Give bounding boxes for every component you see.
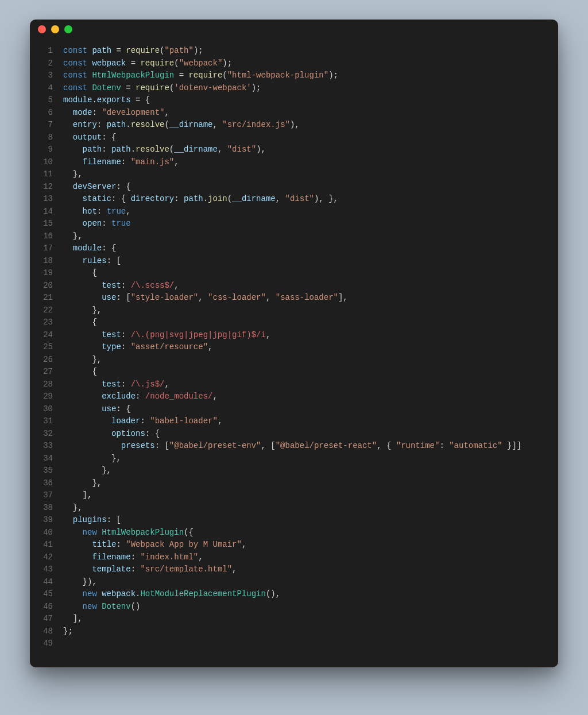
code-line[interactable]: 5module.exports = { [37, 94, 548, 107]
code-line[interactable]: 19 { [37, 267, 548, 280]
code-content[interactable]: }; [63, 625, 73, 638]
code-content[interactable]: presets: ["@babel/preset-env", ["@babel/… [63, 440, 521, 453]
code-content[interactable]: }, [63, 465, 111, 477]
code-content[interactable]: rules: [ [63, 255, 121, 268]
code-line[interactable]: 6 mode: "development", [37, 107, 548, 119]
code-line[interactable]: 26 }, [37, 354, 548, 366]
code-line[interactable]: 13 static: { directory: path.join(__dirn… [37, 193, 548, 206]
code-content[interactable]: { [63, 267, 97, 280]
code-line[interactable]: 37 ], [37, 489, 548, 502]
code-content[interactable]: ], [63, 613, 83, 625]
code-line[interactable]: 12 devServer: { [37, 181, 548, 194]
code-line[interactable]: 1const path = require("path"); [37, 45, 548, 57]
code-content[interactable]: path: path.resolve(__dirname, "dist"), [63, 144, 266, 156]
code-content[interactable]: title: "Webpack App by M Umair", [63, 539, 246, 551]
code-line[interactable]: 44 }), [37, 576, 548, 589]
code-content[interactable]: loader: "babel-loader", [63, 415, 222, 428]
code-line[interactable]: 15 open: true [37, 218, 548, 230]
code-content[interactable]: module: { [63, 242, 116, 255]
code-content[interactable]: }, [63, 453, 121, 465]
code-line[interactable]: 36 }, [37, 477, 548, 490]
code-line[interactable]: 39 plugins: [ [37, 514, 548, 527]
code-content[interactable]: const path = require("path"); [63, 45, 203, 57]
code-content[interactable]: test: /\.scss$/, [63, 280, 179, 292]
code-line[interactable]: 23 { [37, 316, 548, 329]
code-line[interactable]: 34 }, [37, 453, 548, 465]
code-line[interactable]: 3const HtmlWebpackPlugin = require("html… [37, 69, 548, 82]
code-content[interactable]: { [63, 366, 97, 378]
code-content[interactable]: type: "asset/resource", [63, 341, 212, 354]
code-line[interactable]: 14 hot: true, [37, 206, 548, 218]
code-line[interactable]: 11 }, [37, 168, 548, 181]
code-content[interactable]: test: /\.(png|svg|jpeg|jpg|gif)$/i, [63, 329, 270, 342]
code-line[interactable]: 2const webpack = require("webpack"); [37, 57, 548, 70]
code-content[interactable]: }, [63, 354, 102, 366]
code-content[interactable]: hot: true, [63, 206, 131, 218]
code-line[interactable]: 31 loader: "babel-loader", [37, 415, 548, 428]
code-line[interactable]: 28 test: /\.js$/, [37, 378, 548, 391]
code-content[interactable]: }, [63, 168, 83, 181]
code-line[interactable]: 43 template: "src/template.html", [37, 563, 548, 576]
code-content[interactable]: entry: path.resolve(__dirname, "src/inde… [63, 119, 300, 132]
code-line[interactable]: 30 use: { [37, 403, 548, 416]
code-content[interactable]: }, [63, 477, 102, 490]
code-line[interactable]: 29 exclude: /node_modules/, [37, 391, 548, 403]
code-content[interactable]: filename: "main.js", [63, 156, 179, 169]
code-content[interactable]: open: true [63, 218, 131, 230]
code-content[interactable]: module.exports = { [63, 94, 150, 107]
code-line[interactable]: 41 title: "Webpack App by M Umair", [37, 539, 548, 551]
code-content[interactable]: new Dotenv() [63, 601, 140, 613]
code-content[interactable]: }, [63, 502, 83, 515]
code-line[interactable]: 17 module: { [37, 242, 548, 255]
code-content[interactable]: new HtmlWebpackPlugin({ [63, 527, 194, 539]
code-line[interactable]: 49 [37, 637, 548, 650]
code-content[interactable]: options: { [63, 428, 160, 440]
code-line[interactable]: 32 options: { [37, 428, 548, 440]
code-content[interactable]: test: /\.js$/, [63, 378, 169, 391]
code-line[interactable]: 42 filename: "index.html", [37, 551, 548, 564]
code-line[interactable]: 24 test: /\.(png|svg|jpeg|jpg|gif)$/i, [37, 329, 548, 342]
code-line[interactable]: 48}; [37, 625, 548, 638]
code-line[interactable]: 38 }, [37, 502, 548, 515]
code-content[interactable]: mode: "development", [63, 107, 169, 119]
code-line[interactable]: 4const Dotenv = require('dotenv-webpack'… [37, 82, 548, 95]
code-content[interactable]: output: { [63, 132, 116, 144]
close-icon[interactable] [38, 25, 46, 33]
minimize-icon[interactable] [51, 25, 59, 33]
code-content[interactable]: }, [63, 230, 83, 243]
code-content[interactable]: const Dotenv = require('dotenv-webpack')… [63, 82, 261, 95]
code-content[interactable]: template: "src/template.html", [63, 563, 237, 576]
code-content[interactable]: const webpack = require("webpack"); [63, 57, 232, 70]
code-line[interactable]: 10 filename: "main.js", [37, 156, 548, 169]
code-content[interactable]: filename: "index.html", [63, 551, 203, 564]
code-content[interactable]: ], [63, 489, 92, 502]
code-content[interactable]: { [63, 316, 97, 329]
code-line[interactable]: 45 new webpack.HotModuleReplacementPlugi… [37, 588, 548, 601]
code-content[interactable]: }, [63, 304, 102, 317]
code-line[interactable]: 27 { [37, 366, 548, 378]
code-line[interactable]: 8 output: { [37, 132, 548, 144]
code-content[interactable]: exclude: /node_modules/, [63, 391, 218, 403]
code-line[interactable]: 35 }, [37, 465, 548, 477]
code-content[interactable]: use: { [63, 403, 131, 416]
code-line[interactable]: 16 }, [37, 230, 548, 243]
code-line[interactable]: 21 use: ["style-loader", "css-loader", "… [37, 292, 548, 304]
code-line[interactable]: 18 rules: [ [37, 255, 548, 268]
code-line[interactable]: 33 presets: ["@babel/preset-env", ["@bab… [37, 440, 548, 453]
code-line[interactable]: 25 type: "asset/resource", [37, 341, 548, 354]
code-line[interactable]: 47 ], [37, 613, 548, 625]
code-line[interactable]: 40 new HtmlWebpackPlugin({ [37, 527, 548, 539]
code-content[interactable]: new webpack.HotModuleReplacementPlugin()… [63, 588, 280, 601]
code-line[interactable]: 20 test: /\.scss$/, [37, 280, 548, 292]
code-content[interactable]: static: { directory: path.join(__dirname… [63, 193, 338, 206]
code-line[interactable]: 46 new Dotenv() [37, 601, 548, 613]
code-line[interactable]: 7 entry: path.resolve(__dirname, "src/in… [37, 119, 548, 132]
code-content[interactable]: const HtmlWebpackPlugin = require("html-… [63, 69, 338, 82]
code-line[interactable]: 22 }, [37, 304, 548, 317]
code-area[interactable]: 1const path = require("path");2const web… [30, 40, 558, 667]
code-content[interactable]: plugins: [ [63, 514, 121, 527]
code-content[interactable]: }), [63, 576, 97, 589]
code-line[interactable]: 9 path: path.resolve(__dirname, "dist"), [37, 144, 548, 156]
code-content[interactable]: use: ["style-loader", "css-loader", "sas… [63, 292, 348, 304]
code-content[interactable]: devServer: { [63, 181, 131, 194]
